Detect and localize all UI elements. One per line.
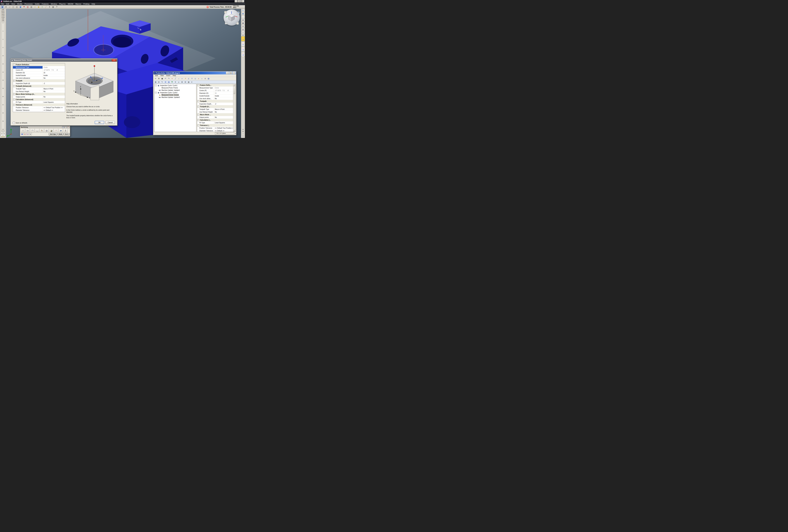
redo-icon[interactable]: ↷ <box>167 77 170 80</box>
line-feature-icon[interactable]: ╱ <box>174 77 177 80</box>
plugin-titlebar[interactable]: ⌖ Productivity+ GibbsCAM plug-in –▢× <box>154 72 236 74</box>
collapse-icon[interactable]: − <box>198 114 199 116</box>
menu-item[interactable]: Help <box>172 74 177 77</box>
property-value[interactable]: 15 <box>214 92 233 94</box>
property-value[interactable]: 15 <box>43 72 65 74</box>
rotate-icon[interactable]: ↻ <box>40 129 44 133</box>
machining-titlebar[interactable]: Machining ▴▪× <box>20 126 70 128</box>
property-value[interactable]: << Default True Position >> <box>43 106 65 109</box>
op-list-icon[interactable]: ≡ <box>241 31 245 34</box>
text-tool-icon[interactable]: A <box>4 5 8 9</box>
export-icon[interactable]: ⇨ <box>33 5 37 9</box>
property-row[interactable]: Diameter (D) 15 <box>13 72 65 74</box>
property-value[interactable]: Inside <box>43 74 65 77</box>
property-row[interactable]: − Calculation (... <box>197 119 233 121</box>
scrollbar-up-button[interactable]: ▲ <box>233 84 235 86</box>
property-value[interactable]: << Default >> <box>214 130 233 132</box>
property-value[interactable]: -2 <box>214 103 233 105</box>
property-value[interactable]: No <box>214 111 233 113</box>
property-row[interactable]: Toolpath Type Macro 4 Point <box>13 87 65 90</box>
dropdown-filter-icon[interactable]: ▾ <box>174 81 177 83</box>
collapse-icon[interactable]: − <box>14 64 15 65</box>
select-arrow-icon[interactable]: ↖ <box>161 81 164 83</box>
save-defaults-checkbox[interactable] <box>13 122 15 124</box>
property-row[interactable]: Use stock allowance No <box>13 77 65 79</box>
property-value[interactable]: Least Squares <box>43 101 65 103</box>
tool-item[interactable]: ▬ 80.00 <box>0 11 5 12</box>
property-row[interactable]: Measurement Type Circle <box>197 86 233 89</box>
property-value[interactable]: -2 <box>43 82 65 85</box>
close-button[interactable]: × <box>233 72 236 74</box>
tool-item[interactable]: ↧ 20.00 <box>0 12 5 14</box>
property-row[interactable]: Use stock allow... No <box>197 97 233 100</box>
property-row[interactable]: Measurement Type Circle <box>13 66 65 69</box>
tree-item[interactable]: ◈ Measured Circle: Circle1 <box>155 94 196 96</box>
view-cube-icon[interactable]: ◆ <box>241 18 245 21</box>
property-row[interactable]: Inspection Depth (d) -2 <box>13 82 65 85</box>
collapse-icon[interactable]: − <box>155 92 157 94</box>
shading-icon[interactable]: ▣ <box>241 22 245 24</box>
tool-item[interactable]: ⊥ 6.00 <box>0 9 5 10</box>
paste-icon[interactable]: ▣ <box>161 77 164 80</box>
pocket-feature-icon[interactable]: ⊔ <box>194 77 197 80</box>
vector-feature-icon[interactable]: ↗ <box>184 77 187 80</box>
tool-item[interactable]: ↧ 4.00 <box>0 20 5 21</box>
balance-icon[interactable]: = <box>40 5 44 9</box>
property-row[interactable]: Diameter (D) 15 <box>197 92 233 95</box>
exit-icon[interactable]: ⇤ <box>190 81 194 83</box>
property-row[interactable]: − Tolerance (Advanced) <box>13 103 65 106</box>
sheet-icon[interactable]: ▱ <box>8 5 11 9</box>
menu-item[interactable]: WEDM <box>67 2 74 5</box>
palette-icon[interactable]: ▥ <box>26 5 29 9</box>
property-row[interactable]: − Feature Defin... <box>197 84 233 86</box>
property-value[interactable]: Inside <box>214 95 233 97</box>
window-layout-icon[interactable]: ◫ <box>12 5 15 9</box>
cancel-button[interactable]: Cancel <box>105 121 115 124</box>
maximize-button[interactable]: ▢ <box>238 0 241 2</box>
resize-grip[interactable]: ◢ <box>235 132 236 135</box>
collapse-icon[interactable]: − <box>198 106 199 107</box>
property-value[interactable]: No <box>214 97 233 100</box>
sphere-icon[interactable]: ◎ <box>44 129 49 133</box>
tree-view-icon[interactable]: ⊟ <box>184 81 187 83</box>
menu-item[interactable]: Features <box>41 2 50 5</box>
tool-scroll-button[interactable]: ⇅ <box>1 132 5 134</box>
flag-green-icon[interactable]: ⚑ <box>171 81 174 83</box>
machining-action-button[interactable]: Redo <box>58 133 63 135</box>
wg-list-icon[interactable]: ▥ <box>241 28 245 31</box>
tool-tile[interactable]: T 1 <box>241 36 245 41</box>
property-value[interactable]: Circle <box>214 86 233 89</box>
tree-item[interactable]: − ▤ Inspection Cycle: Cycle2 <box>155 92 196 94</box>
grid-icon[interactable]: ⊞ <box>164 81 167 83</box>
delete-icon[interactable]: × <box>197 77 200 80</box>
property-value[interactable]: Macro 4 Point <box>43 87 65 90</box>
point-pattern-icon[interactable]: ∷ <box>21 129 25 133</box>
printer-icon[interactable]: ▤ <box>29 5 33 9</box>
property-value[interactable]: Least Squares <box>214 121 233 124</box>
property-row[interactable]: Centre (P) -27.9375 7.5 -8 <box>197 89 233 92</box>
property-row[interactable]: Diameter Tolerance << Default >> <box>197 130 233 132</box>
tool-item[interactable]: ↧ 12.00 <box>0 17 5 18</box>
dialog-titlebar[interactable]: ◈ Measured Circle: Circle1 × <box>11 59 117 62</box>
target-purple-icon[interactable]: ◎ <box>26 133 29 135</box>
circle-feature-icon[interactable]: ○ <box>177 77 180 80</box>
target-red-icon[interactable]: ◎ <box>24 133 26 135</box>
tree-item[interactable]: NC Machine Update: Update2 <box>155 96 196 99</box>
tool-tile[interactable]: T 4 <box>241 52 245 57</box>
flag-up-icon[interactable]: ↥ <box>48 5 51 9</box>
property-value[interactable]: -27.9375 7.5 -8 <box>214 89 233 92</box>
align-list-icon[interactable]: ≡ <box>177 81 180 83</box>
collapse-icon[interactable]: − <box>198 124 199 126</box>
scrollbar-down-button[interactable]: ▼ <box>233 130 235 132</box>
probe-point-icon[interactable]: ⌖ <box>171 77 174 80</box>
surface-icon[interactable]: ◡ <box>35 129 39 133</box>
minimize-button[interactable]: – <box>235 0 238 2</box>
scroll-down-icon[interactable]: ▼ <box>242 131 244 132</box>
property-row[interactable]: − Macro Mode ... <box>197 113 233 116</box>
collapse-icon[interactable]: − <box>14 80 15 82</box>
workspace-grid-icon[interactable]: ▦ <box>1 5 4 9</box>
cross-icon[interactable]: + <box>200 77 203 80</box>
redraw-icon[interactable]: ↻ <box>241 9 245 12</box>
property-row[interactable]: Use Retract Height No <box>197 111 233 113</box>
property-value[interactable]: No <box>43 77 65 79</box>
